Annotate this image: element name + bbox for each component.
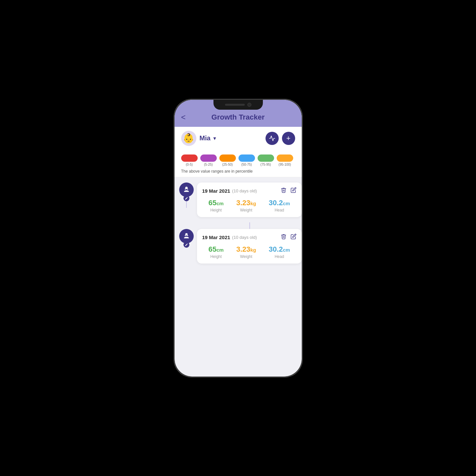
weight-label-1: Weight <box>240 208 252 212</box>
edit-icon-1[interactable] <box>291 187 296 195</box>
svg-point-0 <box>185 186 187 189</box>
card-age-2: (10 days old) <box>232 235 257 240</box>
legend-note: The above value ranges are in percentile <box>181 169 295 174</box>
pill-50-75 <box>238 154 255 162</box>
pill-95-100 <box>277 154 293 162</box>
svg-point-4 <box>184 235 185 236</box>
pill-label-95-100: (95-100) <box>279 163 291 166</box>
pill-0-5 <box>181 154 198 162</box>
pill-label-75-95: (75-95) <box>260 163 271 166</box>
metric-height-1: 65cm Height <box>209 199 224 212</box>
svg-point-3 <box>185 233 187 235</box>
pencil-mini-icon-1 <box>185 197 188 200</box>
weight-value-2: 3.23kg <box>236 245 256 254</box>
pill-label-0-5: (0-5) <box>186 163 193 166</box>
legend-item-50-75: (50-75) <box>238 154 255 166</box>
edit-mini-1[interactable] <box>183 195 189 201</box>
card-metrics-1: 65cm Height 3.23kg Weight <box>202 199 296 212</box>
metric-height-2: 65cm Height <box>209 245 224 259</box>
metric-head-1: 30.2cm Head <box>269 199 290 212</box>
height-value-1: 65cm <box>209 199 224 207</box>
height-label-2: Height <box>210 254 222 259</box>
camera <box>247 103 251 107</box>
head-value-2: 30.2cm <box>269 245 290 254</box>
user-name: Mia <box>200 134 210 142</box>
head-value-1: 30.2cm <box>269 199 290 207</box>
phone-screen: < Growth Tracker 👶 Mia ▼ <box>175 100 302 377</box>
back-button[interactable]: < <box>181 113 186 122</box>
legend-item-5-25: (5-25) <box>200 154 217 166</box>
legend-section: (0-5) (5-25) (25-50) (50-75) <box>175 150 302 177</box>
card-metrics-2: 65cm Height 3.23kg Weight <box>202 245 296 259</box>
baby-icon-1 <box>183 186 190 193</box>
card-actions-1 <box>281 187 296 195</box>
pill-75-95 <box>258 154 274 162</box>
card-age-1: (10 days old) <box>232 188 257 193</box>
pill-label-5-25: (5-25) <box>204 163 213 166</box>
plus-icon: + <box>286 135 291 142</box>
card-actions-2 <box>281 234 296 241</box>
height-value-2: 65cm <box>209 245 224 254</box>
metric-weight-2: 3.23kg Weight <box>236 245 256 259</box>
legend-item-0-5: (0-5) <box>181 154 198 166</box>
chart-icon <box>269 135 275 142</box>
pill-label-25-50: (25-50) <box>222 163 233 166</box>
card-header-2: 19 Mar 2021 (10 days old) <box>202 234 296 241</box>
timeline-item-2: 19 Mar 2021 (10 days old) <box>175 229 302 264</box>
card-header-1: 19 Mar 2021 (10 days old) <box>202 187 296 195</box>
legend-item-95-100: (95-100) <box>277 154 293 166</box>
volume-down-button <box>174 187 175 207</box>
head-label-2: Head <box>275 254 284 259</box>
timeline: 19 Mar 2021 (10 days old) <box>175 177 302 274</box>
speaker <box>225 104 245 106</box>
notch <box>213 100 263 110</box>
svg-point-2 <box>187 188 188 189</box>
power-button <box>302 166 302 192</box>
record-card-2: 19 Mar 2021 (10 days old) <box>197 229 302 264</box>
pill-label-50-75: (50-75) <box>241 163 252 166</box>
timeline-icon-1 <box>179 182 194 197</box>
pill-5-25 <box>200 154 217 162</box>
legend-item-25-50: (25-50) <box>219 154 236 166</box>
timeline-icon-2 <box>179 229 194 243</box>
metric-weight-1: 3.23kg Weight <box>236 199 256 212</box>
baby-icon-2 <box>183 233 190 240</box>
card-date-1: 19 Mar 2021 <box>202 188 230 194</box>
timeline-line-1 <box>186 201 187 208</box>
edit-mini-2[interactable] <box>183 242 189 248</box>
phone-wrapper: < Growth Tracker 👶 Mia ▼ <box>174 99 302 377</box>
metric-head-2: 30.2cm Head <box>269 245 290 259</box>
timeline-connector <box>249 222 250 229</box>
delete-icon-2[interactable] <box>281 234 287 241</box>
timeline-item-1: 19 Mar 2021 (10 days old) <box>175 182 302 217</box>
user-selector[interactable]: Mia ▼ <box>200 134 262 142</box>
percentile-legend: (0-5) (5-25) (25-50) (50-75) <box>181 154 295 166</box>
chart-button[interactable] <box>266 132 279 145</box>
add-record-button[interactable]: + <box>282 132 295 145</box>
legend-item-75-95: (75-95) <box>258 154 274 166</box>
timeline-left-2 <box>179 229 194 248</box>
dropdown-arrow-icon: ▼ <box>212 136 217 141</box>
delete-icon-1[interactable] <box>281 187 287 195</box>
svg-point-5 <box>187 235 188 236</box>
phone-frame: < Growth Tracker 👶 Mia ▼ <box>174 99 302 377</box>
avatar: 👶 <box>181 131 196 146</box>
weight-value-1: 3.23kg <box>236 199 256 207</box>
header-actions: + <box>266 132 295 145</box>
user-row: 👶 Mia ▼ + <box>175 127 302 150</box>
pill-25-50 <box>219 154 236 162</box>
head-label-1: Head <box>275 208 284 212</box>
card-date-2: 19 Mar 2021 <box>202 235 230 240</box>
record-card-1: 19 Mar 2021 (10 days old) <box>197 182 302 217</box>
weight-label-2: Weight <box>240 254 252 259</box>
page-title: Growth Tracker <box>211 113 265 122</box>
pencil-mini-icon-2 <box>185 243 188 246</box>
svg-point-1 <box>184 188 185 189</box>
volume-up-button <box>174 162 175 182</box>
edit-icon-2[interactable] <box>291 234 296 241</box>
height-label-1: Height <box>210 208 222 212</box>
timeline-left-1 <box>179 182 194 208</box>
